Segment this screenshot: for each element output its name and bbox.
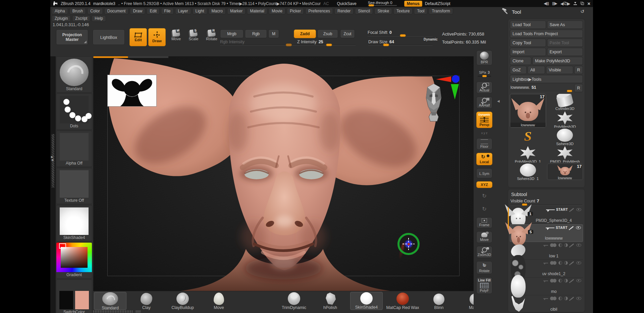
prev-layout-icon[interactable]: ◀▶ <box>560 1 570 6</box>
draw-size-slider[interactable] <box>368 45 433 46</box>
left-tray-item[interactable]: Dots <box>56 93 92 130</box>
next-ui-strip-icon[interactable]: ||||▶ <box>552 1 557 6</box>
right-shelf-button[interactable]: Actual <box>476 81 492 93</box>
left-tray-item[interactable]: Gradient <box>56 242 92 278</box>
bottom-tray-item[interactable]: Standard <box>94 292 126 310</box>
shade-icon[interactable] <box>558 297 562 300</box>
default-zscript-button[interactable]: DefaultZScript <box>425 1 450 6</box>
tool-grid-item[interactable]: Sphere3D_1 <box>510 164 546 180</box>
zsub-button[interactable]: Zsub <box>317 29 338 38</box>
visibility-eye-icon[interactable] <box>576 226 581 229</box>
see-through-track[interactable] <box>368 5 397 6</box>
zadd-button[interactable]: Zadd <box>294 29 316 38</box>
bottom-tray-item[interactable]: MatCap Red Wax <box>386 292 419 310</box>
menu-item[interactable]: Texture <box>393 8 413 14</box>
prev-ui-strip-icon[interactable]: ◀|||| <box>544 1 549 6</box>
subtool-arrow-icon[interactable] <box>543 298 548 299</box>
menu-item[interactable]: Layer <box>175 8 191 14</box>
tool-slider-handle[interactable] <box>567 90 572 92</box>
quicksave-button[interactable]: QuickSave <box>337 1 357 6</box>
draw-button[interactable]: Draw <box>148 28 166 46</box>
visible-count-slider[interactable]: Visible Count7 <box>510 198 583 205</box>
subtool-arrow-icon[interactable] <box>543 280 548 281</box>
load-tools-from-project-button[interactable]: Load Tools From Project <box>510 30 583 38</box>
menu-item[interactable]: Stencil <box>355 8 373 14</box>
right-shelf-button[interactable]: ↻ Rotate <box>476 261 492 274</box>
tool-grid-item[interactable]: SimpleBrush <box>510 129 546 145</box>
right-shelf-button[interactable]: L.Sym <box>476 168 492 178</box>
save-as-button[interactable]: Save As <box>547 21 583 29</box>
rgb-intensity-handle[interactable] <box>286 44 292 46</box>
scale-button[interactable]: Scale <box>186 29 201 41</box>
zcut-button[interactable]: Zcut <box>340 29 355 38</box>
menu-item[interactable]: Brush <box>69 8 86 14</box>
tool-name-slider[interactable]: lowwwww.51 <box>510 84 573 92</box>
bottom-tray-item[interactable]: Clay <box>130 292 163 310</box>
polypaint-icon[interactable] <box>550 261 554 265</box>
subtool-item[interactable]: mo <box>510 277 583 295</box>
make-polymesh3d-button[interactable]: Make PolyMesh3D <box>532 57 583 65</box>
brush-toggle-icon[interactable] <box>570 208 574 211</box>
right-shelf-button[interactable]: BPR <box>476 50 492 65</box>
brush-toggle-icon[interactable] <box>570 261 574 264</box>
right-shelf-button[interactable]: ↻ <box>476 204 492 214</box>
menu-item[interactable]: Help <box>92 15 106 22</box>
brush-toggle-icon[interactable] <box>570 279 574 282</box>
tool-grid-item[interactable]: Cylinder3D <box>547 94 583 110</box>
contrast-icon[interactable] <box>564 279 568 283</box>
right-shelf-button[interactable]: Dynamic Persp <box>476 112 492 128</box>
shade-icon[interactable] <box>558 279 562 283</box>
menu-item[interactable]: Picker <box>287 8 304 14</box>
reset-icon[interactable]: ↺ <box>580 9 584 14</box>
right-shelf-button[interactable]: Move <box>476 231 492 243</box>
import-button[interactable]: Import <box>510 48 546 56</box>
bottom-tray-item[interactable]: SkinShade4 <box>350 292 383 310</box>
contrast-icon[interactable] <box>564 261 568 265</box>
menu-item[interactable]: Zscript <box>72 15 90 22</box>
rotate-button[interactable]: Rotate <box>203 29 220 41</box>
mrgb-button[interactable]: Mrgb <box>220 29 244 38</box>
menu-item[interactable]: Preferences <box>305 8 333 14</box>
right-shelf-button[interactable]: XYZ <box>476 181 492 188</box>
visibility-eye-icon[interactable] <box>576 297 581 300</box>
clone-button[interactable]: Clone <box>510 57 531 65</box>
document-canvas[interactable] <box>93 56 474 291</box>
menu-item[interactable]: Document <box>104 8 129 14</box>
menus-button[interactable]: Menus <box>404 1 422 7</box>
left-tray-item[interactable]: Texture Off <box>56 168 92 204</box>
goz-button[interactable]: GoZ <box>510 66 527 74</box>
menu-item[interactable]: Movie <box>269 8 285 14</box>
visibility-eye-icon[interactable] <box>576 244 581 247</box>
subtool-item[interactable]: cibil <box>510 295 583 313</box>
m-button[interactable]: M <box>268 29 279 38</box>
draw-size-handle[interactable] <box>383 44 389 46</box>
visibility-eye-icon[interactable] <box>576 261 581 264</box>
close-icon[interactable]: × <box>587 1 590 6</box>
left-tray-item[interactable]: Alpha Off <box>56 131 92 167</box>
brush-toggle-icon[interactable] <box>570 243 574 247</box>
bottom-tray-item[interactable]: TrimDynamic <box>278 292 310 310</box>
polypaint-icon[interactable] <box>550 297 554 300</box>
lightbox-tools-button[interactable]: Lightbox▶Tools <box>510 75 583 83</box>
polypaint-icon[interactable] <box>550 243 554 247</box>
tool-grid-item[interactable]: 17 lowwww <box>547 164 583 180</box>
minimize-icon[interactable] <box>574 2 577 5</box>
paste-tool-button[interactable]: Paste Tool <box>547 39 583 47</box>
restore-icon[interactable] <box>580 1 584 6</box>
bottom-tray-item[interactable]: MatCa <box>459 292 474 310</box>
left-divider[interactable]: ▶◀ <box>50 56 56 313</box>
copy-tool-button[interactable]: Copy Tool <box>510 39 546 47</box>
right-shelf-button[interactable]: Frame <box>476 217 492 228</box>
z-intensity-slider[interactable] <box>294 45 356 46</box>
menu-item[interactable]: File <box>161 8 173 14</box>
menu-item[interactable]: Macro <box>209 8 226 14</box>
bottom-tray-scroll-thumb[interactable] <box>136 310 141 313</box>
focal-shift-slider[interactable] <box>368 36 433 36</box>
contrast-icon[interactable] <box>564 243 568 247</box>
right-shelf-button[interactable]: ↻ <box>476 191 492 201</box>
tool-grid-item[interactable]: PolyMesh3D <box>547 111 583 128</box>
goz-r-button[interactable]: R <box>574 66 583 74</box>
right-shelf-button[interactable]: x y z <box>476 131 492 135</box>
axis-z-dot-icon[interactable] <box>452 75 460 83</box>
tool-grid-item[interactable]: 17 lowwww <box>510 94 546 128</box>
